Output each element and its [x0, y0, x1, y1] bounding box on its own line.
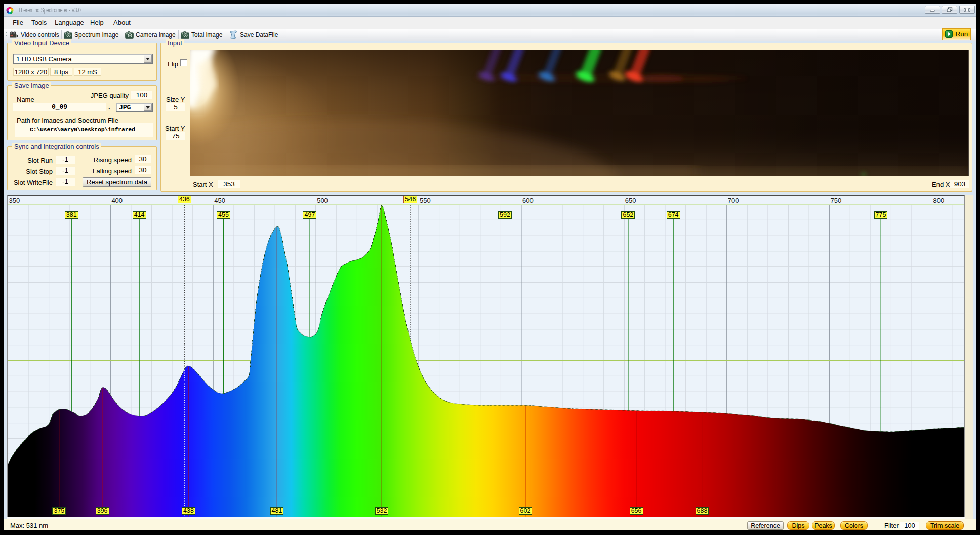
slot-value[interactable]: -1 [56, 167, 75, 175]
reference-button[interactable]: Reference [747, 521, 784, 530]
flip-checkbox[interactable] [180, 59, 187, 66]
toolbar-label: Camera image [136, 31, 176, 39]
colors-button[interactable]: Colors [840, 521, 868, 530]
window-title: Theremino Spectrometer - V3.0 [18, 7, 81, 14]
axis-tick-450: 450 [214, 197, 225, 204]
slot-value[interactable]: -1 [56, 156, 75, 164]
format-dropdown-button[interactable] [144, 104, 152, 111]
toolbar-button-save-datafile[interactable]: Save DataFile [229, 29, 278, 41]
menu-item-about[interactable]: About [113, 19, 131, 26]
camera-icon [125, 31, 134, 39]
slot-value[interactable]: -1 [56, 178, 75, 186]
path-box[interactable]: C:\Users\GaryG\Desktop\infrared [15, 123, 153, 137]
axis-tick-600: 600 [522, 197, 534, 204]
video-device-dropdown-button[interactable] [144, 55, 152, 63]
slot-label: Slot WriteFile [4, 179, 53, 186]
end-x-value[interactable]: 903 [950, 180, 969, 188]
speed-label: Rising speed [81, 156, 132, 164]
close-button[interactable] [959, 6, 975, 14]
axis-tick-350: 350 [9, 197, 20, 204]
trim-scale-button[interactable]: Trim scale [926, 521, 964, 530]
axis-tick-550: 550 [420, 197, 431, 204]
end-x-label: End X [932, 181, 950, 188]
menu-item-tools[interactable]: Tools [31, 19, 47, 26]
reset-spectrum-button[interactable]: Reset spectrum data [83, 177, 151, 187]
name-field[interactable]: 0_09 [13, 103, 106, 111]
toolbar-button-total-image[interactable]: Total image [181, 29, 222, 41]
start-y-value[interactable]: 75 [166, 132, 185, 140]
start-x-value[interactable]: 353 [218, 180, 240, 188]
restore-button[interactable] [942, 6, 957, 14]
toolbar-separator [61, 30, 62, 39]
peak-label-688: 688 [696, 507, 709, 515]
video-device-select[interactable]: 1 HD USB Camera [13, 54, 153, 64]
peak-label-375: 375 [52, 507, 66, 515]
scroll-icon [229, 30, 238, 39]
camera-preview-image [190, 50, 969, 176]
max-wavelength-status: Max: 531 nm [10, 522, 48, 529]
dips-button[interactable]: Dips [787, 521, 809, 530]
peak-label-602: 602 [519, 507, 533, 515]
reference-line-label-414: 414 [133, 211, 146, 219]
input-title: Input [166, 39, 184, 47]
menu-item-language[interactable]: Language [55, 19, 84, 26]
toolbar-label: Spectrum image [74, 31, 118, 39]
axis-highlight-546: 546 [403, 196, 417, 203]
speed-value[interactable]: 30 [135, 155, 151, 163]
camera-icon [64, 31, 72, 39]
video-device-value: 1 HD USB Camera [16, 55, 72, 63]
axis-tick-750: 750 [831, 197, 842, 204]
toolbar-label: Save DataFile [240, 31, 278, 39]
jpeg-quality-value[interactable]: 100 [131, 91, 152, 99]
title-bar: Theremino Spectrometer - V3.0 [4, 4, 976, 17]
fps-box: 8 fps [50, 68, 72, 76]
format-select[interactable]: JPG [116, 103, 153, 112]
toolbar: Video controlsSpectrum imageCamera image… [4, 29, 976, 41]
reference-line-label-652: 652 [621, 211, 635, 219]
jpeg-quality-label: JPEG quality [75, 92, 129, 99]
axis-tick-650: 650 [625, 197, 636, 204]
chart-right-margin [965, 195, 973, 519]
chart-plot-area[interactable]: 3814144554975926526747753753964384815326… [8, 204, 964, 517]
reference-line-label-674: 674 [667, 211, 680, 219]
menu-item-file[interactable]: File [13, 19, 23, 26]
menu-item-help[interactable]: Help [90, 19, 104, 26]
size-y-label: Size Y [166, 96, 185, 103]
reference-line-label-381: 381 [65, 211, 78, 219]
size-y-value[interactable]: 5 [166, 103, 185, 111]
axis-tick-700: 700 [728, 197, 739, 204]
peaks-button[interactable]: Peaks [812, 521, 835, 530]
peak-label-438: 438 [182, 507, 195, 515]
start-y-label: Start Y [165, 125, 185, 132]
axis-tick-400: 400 [111, 197, 123, 204]
save-image-title: Save image [12, 82, 51, 89]
toolbar-separator [123, 30, 123, 39]
toolbar-button-spectrum-image[interactable]: Spectrum image [64, 29, 118, 41]
close-icon [964, 8, 970, 12]
sync-title: Sync and integration controls [12, 143, 101, 150]
toolbar-separator [178, 30, 179, 39]
format-value: JPG [119, 104, 131, 111]
toolbar-label: Video controls [21, 31, 59, 39]
video-input-title: Video Input Device [12, 39, 71, 47]
name-label: Name [17, 96, 34, 103]
spectrum-chart: 350400450500550600650700750800436546 381… [7, 195, 965, 517]
speed-value[interactable]: 30 [135, 166, 151, 174]
minimize-button[interactable] [925, 6, 940, 14]
reference-line-label-455: 455 [217, 211, 230, 219]
filter-value[interactable]: 100 [900, 522, 919, 530]
restore-icon [947, 7, 953, 12]
app-icon [6, 7, 14, 14]
slot-label: Slot Run [4, 157, 53, 164]
chevron-down-icon [146, 58, 150, 60]
run-button[interactable]: Run [942, 28, 971, 40]
resolution-box: 1280 x 720 [13, 68, 49, 76]
slot-label: Slot Stop [4, 168, 53, 175]
app-window: Theremino Spectrometer - V3.0 FileToolsL… [4, 4, 976, 530]
minimize-icon [929, 8, 935, 12]
peak-label-532: 532 [375, 507, 389, 515]
chevron-down-icon [146, 106, 150, 109]
reference-line-label-592: 592 [498, 211, 512, 219]
dot-separator: . [108, 103, 110, 111]
toolbar-grip [6, 31, 7, 39]
